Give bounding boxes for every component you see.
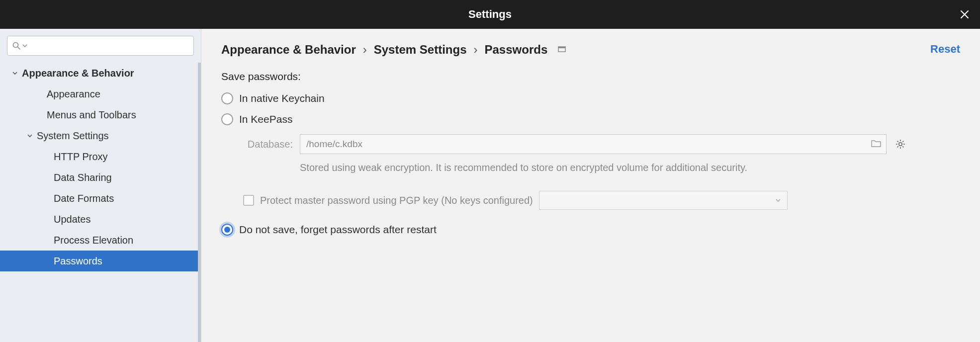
radio-label: In native Keychain	[239, 92, 325, 104]
search-history-dropdown-icon[interactable]	[22, 43, 27, 48]
tree-item-label: Data Sharing	[54, 172, 112, 183]
breadcrumb-separator: ›	[474, 43, 478, 57]
settings-tree: Appearance & Behavior Appearance Menus a…	[0, 63, 201, 342]
radio-keepass[interactable]: In KeePass	[221, 113, 960, 125]
titlebar: Settings	[0, 0, 980, 29]
close-button[interactable]	[957, 7, 972, 22]
pgp-key-select[interactable]	[539, 191, 788, 210]
tree-item-data-sharing[interactable]: Data Sharing	[0, 167, 201, 188]
radio-label: In KeePass	[239, 113, 292, 125]
search-input[interactable]	[29, 41, 188, 51]
radio-icon	[221, 113, 233, 125]
radio-do-not-save[interactable]: Do not save, forget passwords after rest…	[221, 224, 960, 236]
tree-item-label: Appearance	[47, 88, 100, 100]
protect-pgp-row: Protect master password using PGP key (N…	[243, 191, 960, 210]
tree-item-system-settings[interactable]: System Settings	[0, 125, 201, 146]
section-heading: Save passwords:	[221, 71, 960, 83]
breadcrumb-part[interactable]: System Settings	[374, 43, 467, 57]
tree-item-menus-toolbars[interactable]: Menus and Toolbars	[0, 104, 201, 125]
breadcrumb-separator: ›	[363, 43, 367, 57]
tree-item-date-formats[interactable]: Date Formats	[0, 188, 201, 209]
chevron-down-icon	[26, 133, 34, 139]
expand-icon[interactable]	[557, 43, 566, 57]
sidebar: Appearance & Behavior Appearance Menus a…	[0, 29, 201, 342]
reset-button[interactable]: Reset	[930, 43, 960, 56]
tree-item-updates[interactable]: Updates	[0, 209, 201, 230]
tree-item-label: Menus and Toolbars	[47, 109, 136, 121]
tree-item-label: Process Elevation	[54, 235, 133, 246]
breadcrumb: Appearance & Behavior › System Settings …	[221, 43, 960, 57]
encryption-hint: Stored using weak encryption. It is reco…	[300, 160, 757, 175]
svg-point-3	[899, 143, 902, 146]
tree-item-label: Updates	[54, 214, 91, 225]
tree-item-label: Appearance & Behavior	[22, 68, 134, 79]
chevron-down-icon	[11, 70, 19, 76]
protect-pgp-checkbox[interactable]	[243, 195, 254, 206]
tree-item-label: Date Formats	[54, 193, 114, 204]
search-input-container[interactable]	[7, 36, 194, 56]
keepass-settings-button[interactable]	[893, 137, 907, 151]
database-path-value: /home/c.kdbx	[306, 139, 362, 150]
tree-item-appearance[interactable]: Appearance	[0, 84, 201, 104]
search-icon	[12, 42, 20, 50]
tree-item-label: HTTP Proxy	[54, 151, 108, 163]
database-label: Database:	[243, 139, 293, 150]
tree-item-appearance-behavior[interactable]: Appearance & Behavior	[0, 63, 201, 84]
chevron-down-icon	[775, 197, 781, 203]
tree-item-http-proxy[interactable]: HTTP Proxy	[0, 146, 201, 167]
radio-icon	[221, 92, 233, 104]
breadcrumb-part[interactable]: Appearance & Behavior	[221, 43, 356, 57]
tree-item-process-elevation[interactable]: Process Elevation	[0, 230, 201, 251]
gear-icon	[895, 139, 906, 150]
svg-rect-2	[558, 47, 565, 48]
protect-pgp-label: Protect master password using PGP key (N…	[260, 195, 533, 206]
radio-native-keychain[interactable]: In native Keychain	[221, 92, 960, 104]
close-icon	[960, 10, 969, 19]
breadcrumb-part: Passwords	[485, 43, 548, 57]
radio-icon	[221, 224, 233, 236]
tree-item-label: System Settings	[37, 130, 109, 142]
window-title: Settings	[468, 8, 512, 21]
database-path-input[interactable]: /home/c.kdbx	[300, 134, 887, 154]
main-panel: Appearance & Behavior › System Settings …	[201, 29, 980, 342]
tree-item-passwords[interactable]: Passwords	[0, 251, 201, 271]
tree-item-label: Passwords	[54, 256, 102, 267]
folder-icon[interactable]	[871, 139, 881, 150]
radio-label: Do not save, forget passwords after rest…	[239, 224, 437, 236]
